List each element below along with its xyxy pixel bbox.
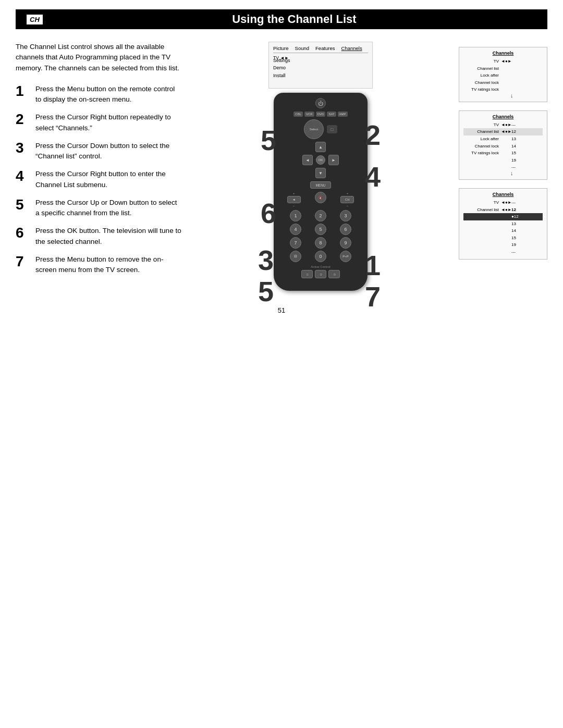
diag3-row2: ●12 — [463, 213, 543, 220]
num-8-button[interactable]: 8 — [315, 237, 326, 249]
remote-top: ⏻ — [280, 98, 361, 108]
diag2-tv-ratings-row: TV ratings lock 15 — [463, 150, 543, 157]
diag2-channel-lock-row: Channel lock 14 — [463, 143, 543, 150]
diagram-2: Channels TV ◄●► --- Channel list ◄●► 12 … — [459, 110, 547, 180]
num-2-button[interactable]: 2 — [315, 210, 326, 221]
top-menu-screenshot: Picture Sound Features Channels TV ◄► Se… — [268, 42, 373, 89]
diag3-row4: 14 — [463, 227, 543, 235]
step-num-3: 3 — [16, 141, 30, 155]
ch-up-button[interactable]: CH — [340, 196, 354, 203]
step-7: 7 Press the Menu button to remove the on… — [16, 254, 182, 276]
step-2: 2 Press the Cursor Right button repeated… — [16, 112, 182, 133]
diag3-title: Channels — [463, 192, 543, 197]
num-6-button[interactable]: 6 — [340, 224, 351, 235]
step-text-7: Press the Menu button to remove the on-s… — [35, 254, 182, 276]
page-title: Using the Channel List — [52, 13, 537, 26]
num-1-button[interactable]: 1 — [290, 210, 301, 221]
step-num-1: 1 — [16, 84, 30, 98]
nav-down-button[interactable]: ▼ — [315, 168, 326, 178]
text-column: The Channel List control shows all the a… — [16, 42, 182, 291]
diag3-tv-row: TV ◄●► --- — [463, 199, 543, 206]
diag3-row6: 19 — [463, 241, 543, 249]
step-text-6: Press the OK button. The television will… — [35, 226, 182, 247]
center-area: Picture Sound Features Channels TV ◄► Se… — [193, 42, 448, 291]
small-btns-row: + ◄ – 🔇 + CH – — [280, 192, 361, 207]
number-grid: 1 2 3 4 5 6 7 8 9 ⊟ 0 P+P — [280, 210, 361, 262]
select-button[interactable]: Select — [304, 119, 324, 139]
num-7-button[interactable]: 7 — [290, 237, 301, 249]
diag2-tv-row: TV ◄●► --- — [463, 121, 543, 129]
step-num-7: 7 — [16, 254, 30, 269]
step-4: 4 Press the Cursor Right button to enter… — [16, 169, 182, 190]
num-3-button[interactable]: 3 — [340, 210, 351, 221]
step-6: 6 Press the OK button. The television wi… — [16, 226, 182, 247]
vol-up-button[interactable]: ◄ — [287, 196, 301, 203]
remote-wrapper: 5 2 4 6 3 5 1 7 ⏻ CBL VCR DVD — [266, 93, 375, 291]
menu-item-features: Features — [315, 45, 335, 51]
step-text-4: Press the Cursor Right button to enter t… — [35, 169, 182, 190]
step-num-4: 4 — [16, 169, 30, 183]
mute-button[interactable]: 🔇 — [315, 192, 326, 203]
diag1-title: Channels — [463, 51, 543, 56]
nav-cluster: ▲ ▼ ◄ ► OK — [302, 142, 339, 178]
power-button[interactable]: ⏻ — [315, 98, 326, 108]
diag1-channel-list-row: Channel list — [463, 65, 543, 72]
diagram-1: Channels TV ◄●► Channel list Lock after … — [459, 47, 547, 102]
step-text-1: Press the Menu button on the remote cont… — [35, 84, 182, 105]
num-4-button[interactable]: 4 — [290, 224, 301, 235]
step-text-3: Press the Cursor Down button to select t… — [35, 141, 182, 162]
nav-up-button[interactable]: ▲ — [315, 142, 326, 152]
page-header: CH Using the Channel List — [16, 9, 547, 29]
diag2-row6: --- — [463, 164, 543, 171]
vcr-button[interactable]: VCR — [304, 112, 314, 117]
intro-text: The Channel List control shows all the a… — [16, 42, 182, 73]
nav-left-button[interactable]: ◄ — [302, 155, 313, 165]
ac-btn-1[interactable]: ① — [301, 270, 313, 278]
pip-button[interactable]: □ — [327, 125, 337, 133]
big-num-5b: 5 — [258, 275, 274, 307]
sat-button[interactable]: SAT — [327, 112, 336, 117]
step-1: 1 Press the Menu button on the remote co… — [16, 84, 182, 105]
pip-swap-button[interactable]: P+P — [340, 251, 351, 262]
step-text-5: Press the Cursor Up or Down button to se… — [35, 198, 182, 219]
step-num-5: 5 — [16, 198, 30, 212]
amp-button[interactable]: AMP — [338, 112, 348, 117]
diag1-tv-label: TV — [463, 58, 501, 65]
cbl-button[interactable]: CBL — [293, 112, 303, 117]
recall-button[interactable]: ⊟ — [290, 251, 301, 262]
num-5-button[interactable]: 5 — [315, 224, 326, 235]
menu-item-sound: Sound — [295, 45, 309, 51]
menu-item-channels: Channels — [341, 45, 362, 51]
page-number: 51 — [0, 306, 563, 325]
ac-btn-2[interactable]: ② — [315, 270, 326, 278]
diag1-tv-row: TV ◄●► — [463, 58, 543, 65]
num-0-button[interactable]: 0 — [315, 251, 326, 262]
num-9-button[interactable]: 9 — [340, 237, 351, 249]
ac-btn-3[interactable]: ③ — [328, 270, 340, 278]
content-area: The Channel List control shows all the a… — [0, 29, 563, 291]
diag3-channel-list-row: Channel list ◄●► 12 — [463, 206, 543, 214]
active-control-row: ① ② ③ — [280, 270, 361, 278]
nav-right-button[interactable]: ► — [328, 155, 339, 165]
ok-button[interactable]: OK — [316, 155, 325, 165]
step-num-6: 6 — [16, 226, 30, 240]
menu-button[interactable]: MENU — [310, 181, 331, 189]
step-3: 3 Press the Cursor Down button to select… — [16, 141, 182, 162]
diag3-row7: --- — [463, 249, 543, 256]
diag2-lock-after-row: Lock after 13 — [463, 135, 543, 143]
diag1-channel-lock-row: Channel lock — [463, 79, 543, 87]
step-num-2: 2 — [16, 112, 30, 127]
diagram-3: Channels TV ◄●► --- Channel list ◄●► 12 … — [459, 188, 547, 260]
diag3-row5: 15 — [463, 235, 543, 242]
menu-bar: Picture Sound Features Channels — [273, 45, 368, 53]
diag1-tv-ratings-row: TV ratings lock — [463, 86, 543, 93]
diag1-lock-after-row: Lock after — [463, 72, 543, 79]
diag2-row5: 19 — [463, 157, 543, 164]
source-row: CBL VCR DVD SAT AMP — [280, 112, 361, 117]
diag3-row3: 13 — [463, 220, 543, 228]
step-5: 5 Press the Cursor Up or Down button to … — [16, 198, 182, 219]
select-area: Select □ — [280, 119, 361, 139]
menu-item-picture: Picture — [273, 45, 289, 51]
menu-side-items: Settings Demo Install — [273, 57, 290, 79]
dvd-button[interactable]: DVD — [316, 112, 326, 117]
